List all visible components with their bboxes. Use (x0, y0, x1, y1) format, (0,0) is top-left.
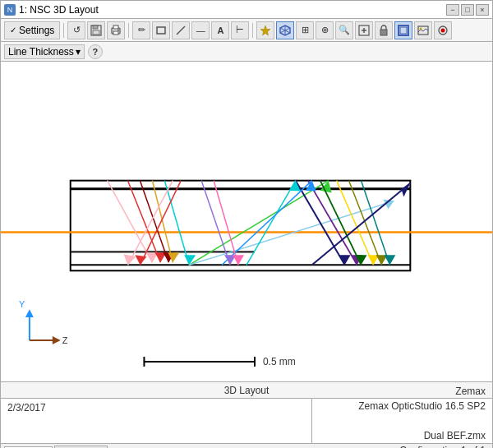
svg-rect-7 (157, 27, 165, 34)
settings-label: Settings (19, 25, 54, 36)
svg-rect-2 (93, 30, 99, 35)
file-label: Dual BEF.zmx (358, 428, 486, 443)
info-date: 2/3/2017 (1, 399, 311, 443)
diagram-area: Y Z 0.5 mm (0, 61, 493, 381)
refresh-button[interactable]: ↺ (67, 21, 85, 39)
software-label: Zemax OpticStudio 16.5 SP2 (358, 399, 486, 413)
svg-rect-17 (380, 30, 387, 35)
grid-button[interactable]: ⊞ (296, 21, 314, 39)
main-toolbar: ✓ Settings ↺ ✏ — A ⊢ ⊞ ⊕ 🔍 (0, 18, 493, 41)
toolbar2: Line Thickness ▾ ? (0, 41, 493, 61)
config-label: Configuration 1 of 1 (358, 443, 486, 448)
svg-rect-19 (400, 27, 407, 34)
3d-button[interactable] (276, 21, 294, 39)
separator-3 (252, 23, 253, 38)
text-button[interactable]: A (211, 21, 229, 39)
frame-button[interactable] (394, 21, 412, 39)
help-label: ? (92, 47, 98, 57)
svg-rect-4 (113, 25, 118, 29)
status-label: 3D Layout (224, 385, 270, 396)
line-button[interactable] (172, 21, 190, 39)
title-bar: N 1: NSC 3D Layout − □ × (0, 0, 493, 18)
svg-text:Y: Y (19, 299, 25, 309)
search-button[interactable]: 🔍 (335, 21, 353, 39)
company-label: Zemax (358, 384, 486, 399)
line-thickness-label: Line Thickness (8, 46, 74, 58)
image-button[interactable] (414, 21, 432, 39)
help-button[interactable]: ? (88, 44, 103, 59)
close-button[interactable]: × (476, 4, 489, 16)
info-bar: 2/3/2017 Zemax Zemax OpticStudio 16.5 SP… (0, 398, 493, 443)
info-right: Zemax Zemax OpticStudio 16.5 SP2 Dual BE… (311, 399, 492, 443)
zoom-button[interactable]: ⊕ (316, 21, 334, 39)
app-icon: N (4, 4, 16, 16)
window-title: 1: NSC 3D Layout (19, 4, 99, 16)
date-label: 2/3/2017 (7, 402, 46, 413)
hline-button[interactable]: — (191, 21, 210, 39)
title-bar-left: N 1: NSC 3D Layout (4, 4, 99, 16)
line-thickness-button[interactable]: Line Thickness ▾ (4, 44, 85, 59)
pencil-button[interactable]: ✏ (132, 21, 150, 39)
export-button[interactable] (355, 21, 373, 39)
settings-button[interactable]: ✓ Settings (4, 21, 60, 39)
minimize-button[interactable]: − (446, 4, 459, 16)
title-controls[interactable]: − □ × (446, 4, 489, 16)
record-button[interactable] (434, 21, 452, 39)
separator-1 (63, 23, 64, 38)
print-button[interactable] (107, 21, 125, 39)
maximize-button[interactable]: □ (461, 4, 474, 16)
lock-button[interactable] (375, 21, 393, 39)
svg-point-6 (117, 29, 119, 30)
star-button[interactable] (256, 21, 274, 39)
rectangle-button[interactable] (152, 21, 170, 39)
svg-point-21 (420, 27, 422, 30)
svg-line-8 (177, 26, 185, 35)
scale-label: 0.5 mm (263, 356, 296, 367)
optical-diagram: Y Z 0.5 mm (1, 62, 492, 381)
svg-point-23 (441, 28, 445, 32)
save-button[interactable] (87, 21, 105, 39)
separator-2 (128, 23, 129, 38)
svg-marker-9 (260, 25, 270, 35)
svg-text:Z: Z (62, 335, 68, 345)
arrow-button[interactable]: ⊢ (231, 21, 249, 39)
dropdown-arrow: ▾ (76, 46, 81, 58)
svg-rect-1 (93, 25, 98, 29)
svg-rect-5 (113, 31, 118, 35)
